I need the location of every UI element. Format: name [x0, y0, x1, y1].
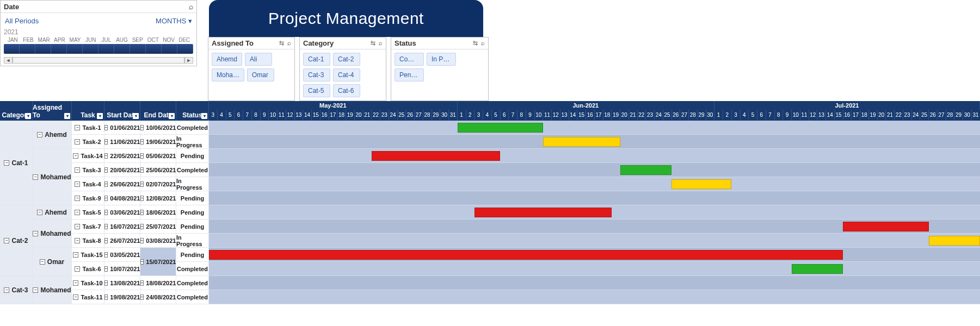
assignee-cell[interactable]: −Ahemd	[33, 121, 72, 149]
collapse-icon[interactable]: −	[75, 238, 80, 243]
collapse-icon[interactable]: −	[140, 153, 144, 159]
collapse-icon[interactable]: −	[4, 287, 9, 293]
clear-filter-icon[interactable]: ⌕	[287, 40, 291, 47]
collapse-icon[interactable]: −	[140, 181, 144, 187]
multiselect-icon[interactable]: ⇆	[371, 40, 375, 47]
collapse-icon[interactable]: −	[75, 139, 80, 145]
assignee-cell[interactable]: −Mohamed	[33, 220, 72, 248]
collapse-icon[interactable]: −	[40, 259, 45, 265]
filter-clear-icon[interactable]: ⌕	[189, 2, 193, 11]
collapse-icon[interactable]: −	[104, 139, 108, 145]
slicer-assigned-item[interactable]: Moha…	[212, 68, 244, 82]
scroll-right-icon[interactable]: ►	[184, 57, 193, 64]
collapse-icon[interactable]: −	[104, 294, 108, 300]
clear-filter-icon[interactable]: ⌕	[481, 40, 485, 47]
header-category[interactable]: Category▾	[0, 101, 33, 121]
filter-icon[interactable]: ▾	[169, 113, 175, 119]
slicer-status-item[interactable]: Compl…	[395, 53, 424, 66]
collapse-icon[interactable]: −	[140, 196, 144, 201]
slicer-status-item[interactable]: Pending	[395, 68, 424, 82]
filter-icon[interactable]: ▾	[25, 113, 31, 119]
slicer-category-item[interactable]: Cat-4	[333, 68, 360, 82]
assignee-cell[interactable]: −Ahemd	[33, 205, 72, 220]
collapse-icon[interactable]: −	[140, 238, 144, 243]
multiselect-icon[interactable]: ⇆	[279, 40, 284, 47]
collapse-icon[interactable]: −	[75, 181, 80, 187]
slicer-category-item[interactable]: Cat-5	[303, 84, 330, 97]
header-start-date[interactable]: Start Date▾	[104, 101, 140, 121]
collapse-icon[interactable]: −	[75, 167, 80, 173]
category-cell[interactable]: −Cat-3	[0, 276, 33, 304]
collapse-icon[interactable]: −	[73, 153, 78, 159]
collapse-icon[interactable]: −	[104, 181, 108, 187]
slicer-assigned-to[interactable]: Assigned To⇆⌕ AhemdAliMoha…Omar	[208, 37, 295, 101]
category-cell[interactable]: −Cat-1	[0, 121, 33, 205]
gantt-bar[interactable]	[209, 250, 843, 260]
date-timeline-bar[interactable]	[4, 44, 193, 54]
collapse-icon[interactable]: −	[140, 280, 144, 286]
slicer-assigned-item[interactable]: Ahemd	[212, 53, 242, 66]
slicer-category-item[interactable]: Cat-3	[303, 68, 330, 82]
collapse-icon[interactable]: −	[75, 266, 80, 272]
header-end-date[interactable]: End Date▾	[140, 101, 176, 121]
scroll-track[interactable]	[13, 57, 184, 64]
collapse-icon[interactable]: −	[104, 125, 108, 130]
collapse-icon[interactable]: −	[140, 210, 144, 215]
collapse-icon[interactable]: −	[140, 167, 144, 173]
clear-filter-icon[interactable]: ⌕	[379, 40, 383, 47]
collapse-icon[interactable]: −	[75, 210, 80, 215]
assignee-cell[interactable]: −Mohamed	[33, 149, 72, 205]
gantt-bar[interactable]	[792, 264, 843, 274]
date-slicer[interactable]: Date ⌕ All Periods MONTHS ▾ 2021 JANFEBM…	[0, 0, 197, 66]
gantt-bar[interactable]	[543, 137, 620, 147]
gantt-bar[interactable]	[474, 208, 612, 217]
collapse-icon[interactable]: −	[33, 174, 38, 180]
gantt-bar[interactable]	[929, 236, 980, 246]
collapse-icon[interactable]: −	[37, 132, 42, 137]
collapse-icon[interactable]: −	[33, 231, 38, 236]
gantt-bar[interactable]	[372, 151, 500, 161]
collapse-icon[interactable]: −	[73, 252, 78, 258]
header-status[interactable]: Status▾	[176, 101, 209, 121]
category-cell[interactable]: −Cat-2	[0, 205, 33, 276]
slicer-category[interactable]: Category⇆⌕ Cat-1Cat-2Cat-3Cat-4Cat-5Cat-…	[299, 37, 386, 101]
gantt-bar[interactable]	[843, 222, 928, 231]
slicer-category-item[interactable]: Cat-2	[333, 53, 360, 66]
header-task[interactable]: Task▾	[72, 101, 104, 121]
filter-icon[interactable]: ▾	[97, 113, 103, 119]
collapse-icon[interactable]: −	[104, 266, 108, 272]
collapse-icon[interactable]: −	[140, 125, 144, 130]
collapse-icon[interactable]: −	[140, 294, 144, 300]
collapse-icon[interactable]: −	[75, 196, 80, 201]
collapse-icon[interactable]: −	[33, 287, 38, 293]
header-assigned[interactable]: Assigned To▾	[33, 101, 72, 121]
collapse-icon[interactable]: −	[140, 259, 144, 265]
collapse-icon[interactable]: −	[104, 153, 108, 159]
assignee-cell[interactable]: −Mohamed	[33, 276, 72, 304]
collapse-icon[interactable]: −	[75, 224, 80, 229]
collapse-icon[interactable]: −	[73, 280, 78, 286]
slicer-assigned-item[interactable]: Ali	[245, 53, 272, 66]
slicer-status[interactable]: Status⇆⌕ Compl…In Prog…Pending	[391, 37, 489, 101]
collapse-icon[interactable]: −	[104, 252, 108, 258]
gantt-bar[interactable]	[671, 179, 731, 189]
collapse-icon[interactable]: −	[140, 139, 144, 145]
collapse-icon[interactable]: −	[73, 294, 78, 300]
collapse-icon[interactable]: −	[140, 224, 144, 229]
date-all-periods[interactable]: All Periods	[5, 17, 39, 25]
slicer-category-item[interactable]: Cat-6	[333, 84, 360, 97]
slicer-assigned-item[interactable]: Omar	[247, 68, 274, 82]
assignee-cell[interactable]: −Omar	[33, 248, 72, 276]
filter-icon[interactable]: ▾	[133, 113, 139, 119]
gantt-bar[interactable]	[620, 165, 671, 175]
collapse-icon[interactable]: −	[104, 196, 108, 201]
collapse-icon[interactable]: −	[104, 280, 108, 286]
collapse-icon[interactable]: −	[104, 210, 108, 215]
collapse-icon[interactable]: −	[4, 238, 9, 243]
filter-icon[interactable]: ▾	[64, 113, 70, 119]
gantt-bar[interactable]	[458, 123, 543, 133]
scroll-left-icon[interactable]: ◄	[4, 57, 13, 64]
slicer-category-item[interactable]: Cat-1	[303, 53, 330, 66]
collapse-icon[interactable]: −	[4, 160, 9, 166]
multiselect-icon[interactable]: ⇆	[473, 40, 478, 47]
